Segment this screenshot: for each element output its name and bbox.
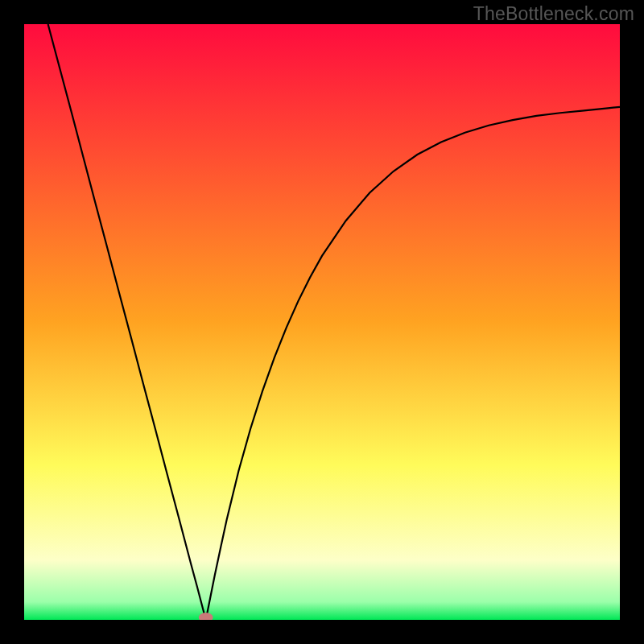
gradient-background (24, 24, 620, 620)
plot-area (24, 24, 620, 620)
chart-svg (24, 24, 620, 620)
chart-container: TheBottleneck.com (0, 0, 644, 644)
watermark-text: TheBottleneck.com (473, 3, 634, 25)
